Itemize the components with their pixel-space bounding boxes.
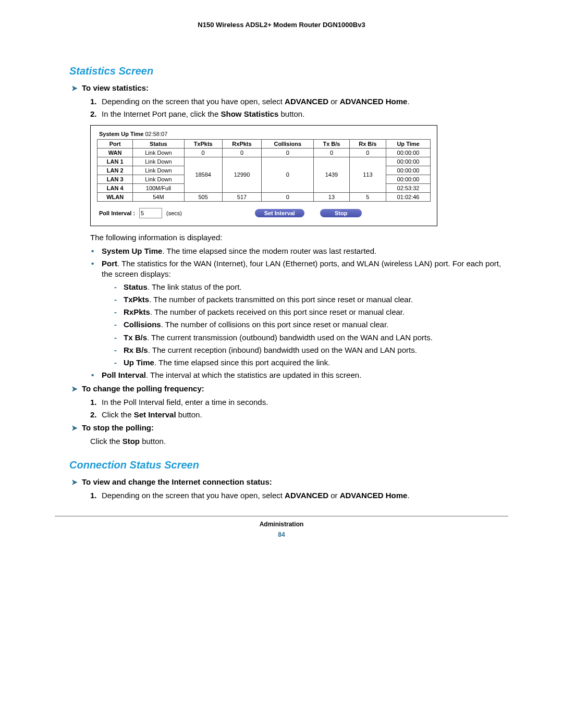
task-view-statistics: ➤To view statistics: — [71, 83, 508, 92]
step-text: . — [407, 491, 409, 500]
cell: 5 — [349, 192, 386, 201]
definition: . The number of packets transmitted on t… — [149, 295, 413, 304]
cell: LAN 2 — [97, 166, 133, 175]
list-item: Tx B/s. The current transmission (outbou… — [113, 332, 508, 343]
definition: . The number of packets received on this… — [150, 307, 405, 316]
col-port: Port — [97, 139, 133, 148]
poll-interval-input[interactable] — [139, 208, 162, 218]
task-change-polling: ➤To change the polling frequency: — [71, 384, 508, 393]
term: Collisions — [124, 320, 161, 329]
task-body: Click the Stop button. — [90, 436, 508, 447]
info-intro: The following information is displayed: — [90, 232, 508, 243]
step-number: 1. — [90, 490, 102, 501]
list-item: Poll Interval. The interval at which the… — [90, 370, 508, 380]
cell: 12990 — [222, 157, 261, 192]
chevron-right-icon: ➤ — [71, 478, 82, 486]
step-number: 2. — [90, 109, 102, 119]
set-interval-button[interactable]: Set Interval — [255, 209, 304, 217]
step-text: or — [328, 97, 340, 106]
cell: 0 — [262, 192, 314, 201]
cell: WLAN — [97, 192, 133, 201]
definition: . The interval at which the statistics a… — [146, 371, 361, 379]
statistics-screenshot: System Up Time 02:58:07 Port Status TxPk… — [90, 125, 437, 226]
task-view-connection: ➤To view and change the Internet connect… — [71, 477, 508, 486]
cell: 113 — [349, 157, 386, 192]
chevron-right-icon: ➤ — [71, 424, 82, 432]
cell: 0 — [314, 148, 349, 157]
list-item: Collisions. The number of collisions on … — [113, 319, 508, 330]
bullet-list: System Up Time. The time elapsed since t… — [90, 246, 508, 381]
cell: Link Down — [133, 166, 184, 175]
step-text: Depending on the screen that you have op… — [102, 97, 285, 106]
step-text: button. — [176, 410, 202, 419]
list-item: 2.Click the Set Interval button. — [90, 410, 508, 420]
col-txpkts: TxPkts — [184, 139, 222, 148]
cell: 0 — [349, 148, 386, 157]
cell: 02:53:32 — [386, 183, 431, 192]
table-row: LAN 1 Link Down 18584 12990 0 1439 113 0… — [97, 157, 431, 166]
definition: . The current reception (inbound) bandwi… — [148, 346, 417, 354]
term: Up Time — [124, 358, 154, 367]
col-rxbs: Rx B/s — [349, 139, 386, 148]
term: TxPkts — [124, 295, 149, 304]
cell: 100M/Full — [133, 183, 184, 192]
cell: 00:00:00 — [386, 148, 431, 157]
bold: ADVANCED Home — [340, 491, 408, 500]
col-collisions: Collisions — [262, 139, 314, 148]
task-title: To stop the polling: — [82, 423, 154, 432]
poll-interval-label: Poll Interval : — [99, 210, 135, 216]
definition: . The number of collisions on this port … — [161, 320, 389, 329]
list-item: TxPkts. The number of packets transmitte… — [113, 294, 508, 305]
cell: 505 — [184, 192, 222, 201]
definition: . The current transmission (outbound) ba… — [147, 333, 433, 342]
cell: Link Down — [133, 157, 184, 166]
bold: Show Statistics — [221, 109, 278, 118]
definition: . The statistics for the WAN (Internet),… — [102, 259, 501, 278]
cell: Link Down — [133, 148, 184, 157]
section-title-connection: Connection Status Screen — [69, 459, 508, 471]
cell: 18584 — [184, 157, 222, 192]
definition: . The time elapsed since the modem route… — [162, 246, 376, 255]
list-item: Port. The statistics for the WAN (Intern… — [90, 258, 508, 368]
term: Poll Interval — [102, 371, 146, 379]
bold: ADVANCED — [285, 97, 328, 106]
term: Status — [124, 282, 148, 291]
cell: 54M — [133, 192, 184, 201]
definition: . The time elapsed since this port acqui… — [154, 358, 330, 367]
chevron-right-icon: ➤ — [71, 84, 82, 92]
step-text: In the Poll Interval field, enter a time… — [102, 398, 268, 406]
cell: 00:00:00 — [386, 157, 431, 166]
bold: Set Interval — [134, 410, 176, 419]
table-row: WAN Link Down 0 0 0 0 0 00:00:00 — [97, 148, 431, 157]
task-title: To view and change the Internet connecti… — [82, 477, 272, 486]
cell: LAN 1 — [97, 157, 133, 166]
statistics-table: Port Status TxPkts RxPkts Collisions Tx … — [97, 139, 431, 202]
list-item: System Up Time. The time elapsed since t… — [90, 246, 508, 256]
cell: 01:02:46 — [386, 192, 431, 201]
cell: 00:00:00 — [386, 166, 431, 175]
ordered-list: 1.Depending on the screen that you have … — [90, 490, 508, 501]
cell: LAN 4 — [97, 183, 133, 192]
stop-button[interactable]: Stop — [320, 209, 362, 217]
bold: Stop — [123, 437, 140, 446]
step-text: . — [407, 97, 409, 106]
poll-interval-unit: (secs) — [166, 210, 182, 216]
term: Tx B/s — [124, 333, 147, 342]
footer-title: Administration — [55, 521, 508, 528]
chevron-right-icon: ➤ — [71, 385, 82, 393]
col-txbs: Tx B/s — [314, 139, 349, 148]
definition: . The link status of the port. — [148, 282, 242, 291]
cell: 13 — [314, 192, 349, 201]
term: Rx B/s — [124, 346, 148, 354]
task-stop-polling: ➤To stop the polling: — [71, 423, 508, 432]
list-item: RxPkts. The number of packets received o… — [113, 307, 508, 317]
ordered-list: 1.Depending on the screen that you have … — [90, 96, 508, 120]
cell: 00:00:00 — [386, 175, 431, 183]
ordered-list: 1.In the Poll Interval field, enter a ti… — [90, 397, 508, 421]
section-title-statistics: Statistics Screen — [69, 65, 508, 77]
list-item: Up Time. The time elapsed since this por… — [113, 357, 508, 368]
col-uptime: Up Time — [386, 139, 431, 148]
cell: 517 — [222, 192, 261, 201]
col-rxpkts: RxPkts — [222, 139, 261, 148]
list-item: Status. The link status of the port. — [113, 282, 508, 292]
